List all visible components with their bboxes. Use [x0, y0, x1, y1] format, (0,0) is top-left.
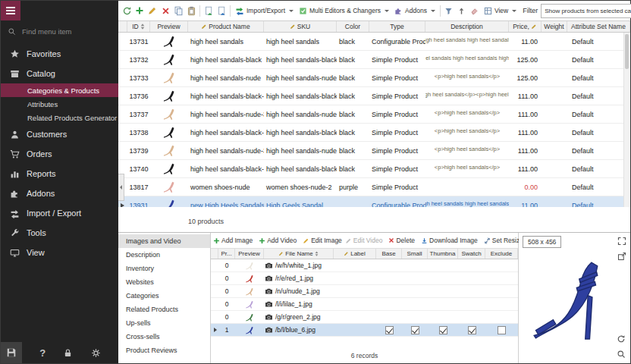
- column-label[interactable]: Label: [334, 249, 376, 259]
- add-image-button[interactable]: Add Image: [212, 237, 253, 244]
- row-expand-cell[interactable]: [211, 259, 218, 271]
- column-sku[interactable]: SKU: [264, 21, 337, 32]
- detail-tab-product-reviews[interactable]: Product Reviews: [118, 344, 210, 357]
- sidebar-item-reports[interactable]: Reports: [1, 164, 118, 184]
- view-menu[interactable]: View: [482, 3, 519, 18]
- sidebar-item-categories-products[interactable]: Categories & Products: [1, 83, 118, 97]
- row-expand-cell[interactable]: [118, 124, 127, 141]
- menu-search-input[interactable]: [20, 27, 111, 36]
- product-row[interactable]: 13733 high heel sandals-nude high heel s…: [118, 69, 630, 87]
- download-image-button[interactable]: Download Image: [420, 237, 479, 244]
- sidebar-item-import-export[interactable]: Import / Export: [1, 203, 118, 223]
- detail-tab-images-and-video[interactable]: Images and Video: [118, 234, 210, 248]
- addons-menu[interactable]: Addons: [392, 3, 438, 18]
- column-product-name[interactable]: Product Name: [188, 21, 264, 32]
- detail-tab-inventory[interactable]: Inventory: [118, 262, 210, 275]
- row-expand-cell[interactable]: [118, 51, 127, 68]
- small-checkbox[interactable]: [411, 326, 419, 334]
- export-grid-button[interactable]: [202, 3, 215, 18]
- row-expand-cell[interactable]: [118, 87, 127, 105]
- detail-tab-description[interactable]: Description: [118, 248, 210, 262]
- product-row[interactable]: 13740 high heel sandals-black-38 high he…: [118, 160, 630, 178]
- thumbnail-checkbox[interactable]: [439, 326, 447, 334]
- detail-tab-categories[interactable]: Categories: [118, 289, 210, 303]
- product-row[interactable]: 13736 high heel sandals-black-36 high he…: [118, 87, 630, 105]
- product-row[interactable]: 13732 high heel sandals-black high heel …: [118, 51, 630, 69]
- menu-toggle-button[interactable]: [1, 1, 20, 20]
- row-expand-cell[interactable]: [211, 311, 218, 323]
- sidebar-item-related-products-generator[interactable]: Related Products Generator: [1, 111, 118, 124]
- column-color[interactable]: Color: [337, 21, 369, 32]
- fullscreen-button[interactable]: [617, 237, 626, 246]
- vertical-scrollbar[interactable]: [623, 33, 630, 207]
- scrollbar-thumb[interactable]: [625, 34, 629, 69]
- row-expand-cell[interactable]: [211, 272, 218, 284]
- product-row[interactable]: 13731 high heel sandals high heel sandal…: [118, 33, 630, 51]
- menu-search[interactable]: [1, 20, 118, 42]
- detail-tab-related-products[interactable]: Related Products: [118, 303, 210, 316]
- sidebar-item-customers[interactable]: Customers: [1, 124, 118, 144]
- copy-button[interactable]: [172, 3, 184, 18]
- column-attribute-set[interactable]: Attribute Set Name: [567, 21, 630, 32]
- add-video-button[interactable]: Add Video: [258, 237, 297, 244]
- row-expand-cell[interactable]: [118, 33, 127, 50]
- column-id[interactable]: ID: [127, 21, 150, 32]
- column-weight[interactable]: Weight: [542, 21, 567, 32]
- multi-editors-menu[interactable]: Multi Editors & Changers: [297, 3, 391, 18]
- row-expand-cell[interactable]: [118, 105, 127, 123]
- column-file-name[interactable]: File Name: [264, 249, 334, 259]
- image-row[interactable]: 0 /n/u/nude_1.jpg: [211, 285, 518, 298]
- column-position[interactable]: Pr...: [218, 249, 235, 259]
- column-preview[interactable]: Preview: [235, 249, 264, 259]
- detail-tab-up-sells[interactable]: Up-sells: [118, 316, 210, 330]
- base-checkbox[interactable]: [385, 326, 394, 334]
- row-expand-cell[interactable]: [118, 69, 127, 86]
- row-expand-cell[interactable]: [211, 324, 218, 336]
- product-row[interactable]: 13738 high heel sandals-black-37 high he…: [118, 124, 630, 142]
- sidebar-item-addons[interactable]: Addons: [1, 184, 118, 203]
- column-thumbnail[interactable]: Thumbna: [428, 249, 458, 259]
- row-expand-cell[interactable]: [211, 298, 218, 310]
- filter-dropdown[interactable]: Show products from selected categories: [541, 4, 631, 18]
- save-button[interactable]: [1, 342, 22, 363]
- sidebar-item-tools[interactable]: Tools: [1, 223, 118, 243]
- print-grid-button[interactable]: [215, 3, 228, 18]
- refresh-button[interactable]: [121, 3, 133, 18]
- sidebar-item-attributes[interactable]: Attributes: [1, 97, 118, 111]
- column-swatch[interactable]: Swatch: [458, 249, 485, 259]
- exclude-checkbox[interactable]: [498, 326, 506, 334]
- sidebar-item-view[interactable]: View: [1, 243, 118, 262]
- row-expand-cell[interactable]: [118, 142, 127, 159]
- delete-image-button[interactable]: Delete: [388, 237, 416, 244]
- sidebar-item-orders[interactable]: Orders: [1, 144, 118, 164]
- edit-video-button[interactable]: Edit Video: [344, 237, 384, 244]
- image-row[interactable]: 0 /r/e/red_1.jpg: [211, 272, 518, 285]
- column-base[interactable]: Base: [376, 249, 402, 259]
- quick-filter-button[interactable]: [443, 3, 455, 18]
- edit-image-button[interactable]: Edit Image: [302, 237, 343, 244]
- sidebar-item-favorites[interactable]: Favorites: [1, 44, 118, 64]
- column-type[interactable]: Type: [369, 21, 425, 32]
- detail-tab-cross-sells[interactable]: Cross-sells: [118, 330, 210, 344]
- gear-icon[interactable]: [91, 348, 101, 358]
- column-small[interactable]: Small: [402, 249, 428, 259]
- column-preview[interactable]: Preview: [150, 21, 188, 32]
- paste-button[interactable]: [185, 3, 197, 18]
- image-size-label[interactable]: 508 x 456: [523, 236, 561, 248]
- product-image-preview[interactable]: [527, 256, 623, 354]
- sidebar-item-catalog[interactable]: Catalog: [1, 64, 118, 83]
- clear-filter-button[interactable]: [469, 3, 481, 18]
- help-icon[interactable]: ?: [39, 347, 46, 359]
- column-exclude[interactable]: Exclude: [485, 249, 518, 259]
- column-price[interactable]: Price,: [509, 21, 542, 32]
- image-row[interactable]: 0 /w/h/white_1.jpg: [211, 259, 518, 272]
- image-row[interactable]: 1 /b/l/blue_6.jpg: [211, 324, 518, 337]
- image-row[interactable]: 0 /g/r/green_2.jpg: [211, 311, 518, 324]
- row-expand-cell[interactable]: [211, 285, 218, 297]
- import-export-menu[interactable]: Import/Export: [233, 3, 296, 18]
- detail-tab-websites[interactable]: Websites: [118, 275, 210, 289]
- sidebar-collapse-handle[interactable]: [118, 174, 124, 201]
- edit-product-button[interactable]: [146, 3, 159, 18]
- swatch-checkbox[interactable]: [468, 326, 476, 334]
- image-row[interactable]: 0 /l/i/lilac_1.jpg: [211, 298, 518, 311]
